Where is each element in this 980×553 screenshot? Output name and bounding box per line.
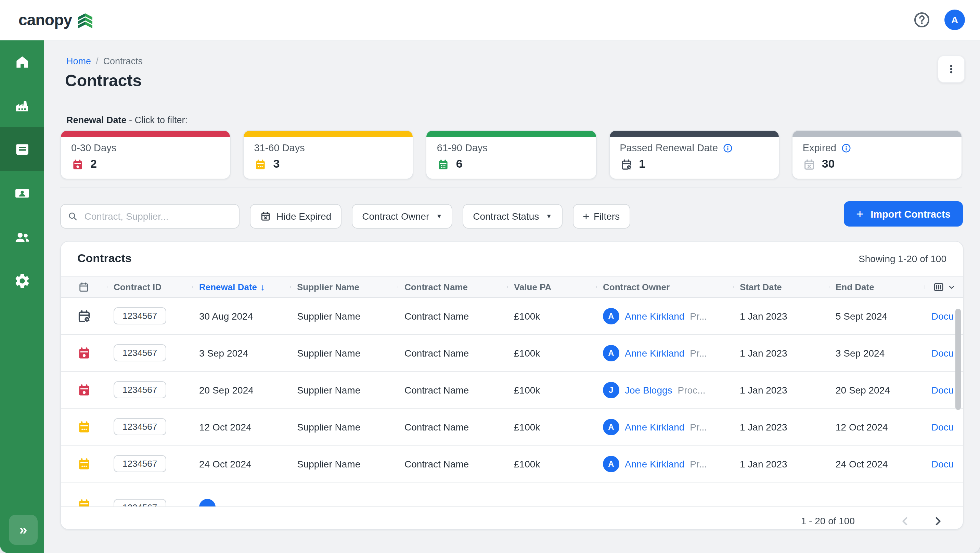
sidebar-item-home[interactable] xyxy=(0,40,44,83)
renewal-card-31-60-days[interactable]: 31-60 Days 3 xyxy=(243,130,414,179)
chevron-right-icon xyxy=(932,515,943,527)
renewal-card-expired[interactable]: Expired 30 xyxy=(792,130,962,179)
value-pa-cell: £100k xyxy=(507,384,596,395)
sidebar-item-users[interactable] xyxy=(0,215,44,259)
filters-button[interactable]: + Filters xyxy=(573,204,630,229)
table-row[interactable]: 1234567 3 Sep 2024 Supplier Name Contrac… xyxy=(61,335,963,371)
card-label: 61-90 Days xyxy=(437,142,596,153)
owner-link[interactable]: Anne Kirkland xyxy=(625,421,684,432)
sidebar-item-suppliers[interactable] xyxy=(0,83,44,127)
table-row[interactable]: 1234567 20 Sep 2024 Supplier Name Contra… xyxy=(61,371,963,409)
table-body: 1234567 30 Aug 2024 Supplier Name Contra… xyxy=(61,298,963,507)
renewal-date-cell: 30 Aug 2024 xyxy=(192,311,290,321)
search-input[interactable] xyxy=(83,210,232,222)
owner-avatar: A xyxy=(603,308,619,324)
renewal-status-icon xyxy=(76,419,91,434)
owner-avatar: A xyxy=(603,344,619,361)
documents-link[interactable]: Docu xyxy=(931,384,954,395)
sidebar-item-contacts[interactable] xyxy=(0,171,44,215)
info-icon[interactable] xyxy=(841,143,851,153)
contract-status-dropdown[interactable]: Contract Status ▼ xyxy=(463,204,562,229)
contract-owner-cell: A Anne Kirkland Pr... xyxy=(596,419,733,435)
user-avatar[interactable]: A xyxy=(944,10,965,30)
documents-link[interactable]: Docu xyxy=(931,311,954,321)
table-row[interactable]: 1234567 30 Aug 2024 Supplier Name Contra… xyxy=(61,298,963,335)
column-header-supplier-name[interactable]: Supplier Name xyxy=(290,282,398,292)
owner-link[interactable]: Joe Bloggs xyxy=(625,384,672,395)
owner-link[interactable]: Anne Kirkland xyxy=(625,458,684,469)
canopy-logo[interactable]: canopy xyxy=(19,11,94,29)
contract-id-chip[interactable]: 1234567 xyxy=(114,381,166,398)
breadcrumb-current: Contracts xyxy=(103,56,143,66)
columns-icon xyxy=(932,281,944,293)
app-window: canopy A xyxy=(0,0,980,553)
end-date-cell: 12 Oct 2024 xyxy=(829,421,924,432)
sidebar-item-settings[interactable] xyxy=(0,259,44,303)
card-color-strip xyxy=(243,131,413,137)
home-icon xyxy=(13,53,30,70)
value-pa-cell: £100k xyxy=(507,421,596,432)
column-header-contract-id[interactable]: Contract ID xyxy=(107,282,192,292)
renewal-card-0-30-days[interactable]: 0-30 Days 2 xyxy=(60,130,231,179)
card-color-strip xyxy=(609,131,778,137)
sidebar-expand-button[interactable]: » xyxy=(9,515,38,545)
calendar-amber-icon xyxy=(254,158,267,171)
owner-link[interactable]: Anne Kirkland xyxy=(625,311,684,321)
column-header-start-date[interactable]: Start Date xyxy=(733,282,829,292)
pagination-prev-button[interactable] xyxy=(894,511,915,530)
documents-link[interactable]: Docu xyxy=(931,347,954,358)
search-input-wrapper[interactable] xyxy=(60,204,240,229)
column-header-value-pa[interactable]: Value PA xyxy=(507,282,596,292)
table-row[interactable]: 1234567 24 Oct 2024 Supplier Name Contra… xyxy=(61,446,963,483)
contract-name-cell: Contract Name xyxy=(398,311,507,321)
page-title: Contracts xyxy=(65,71,142,90)
start-date-cell: 1 Jan 2023 xyxy=(733,458,829,469)
renewal-date-cell: 20 Sep 2024 xyxy=(192,384,290,395)
owner-avatar: A xyxy=(603,419,619,435)
column-header-contract-owner[interactable]: Contract Owner xyxy=(596,282,733,292)
import-contracts-button[interactable]: + Import Contracts xyxy=(844,201,963,226)
contract-name-cell: Contract Name xyxy=(398,458,507,469)
owner-role-truncated: Pr... xyxy=(690,311,707,321)
contract-id-chip[interactable]: 1234567 xyxy=(114,418,166,435)
chevron-left-icon xyxy=(899,515,910,527)
renewal-filter-label: Renewal Date - Click to filter: xyxy=(66,115,188,125)
calendar-green-icon xyxy=(437,158,450,171)
table-row[interactable]: 1234567 xyxy=(61,483,963,507)
breadcrumb-home-link[interactable]: Home xyxy=(66,56,91,66)
start-date-cell: 1 Jan 2023 xyxy=(733,311,829,321)
renewal-card-passed-renewal-date[interactable]: Passed Renewal Date 1 xyxy=(609,130,779,179)
hide-expired-button[interactable]: Hide Expired xyxy=(250,204,342,229)
end-date-cell: 24 Oct 2024 xyxy=(829,458,924,469)
page-actions-kebab-button[interactable] xyxy=(937,56,965,83)
contract-id-chip[interactable]: 1234567 xyxy=(114,499,166,507)
documents-link[interactable]: Docu xyxy=(931,421,954,432)
owner-role-truncated: Proc... xyxy=(678,384,706,395)
contract-id-chip[interactable]: 1234567 xyxy=(114,455,166,472)
info-icon[interactable] xyxy=(723,143,733,153)
owner-avatar xyxy=(199,499,216,507)
card-color-strip xyxy=(427,131,596,137)
documents-link[interactable]: Docu xyxy=(931,458,954,469)
contract-id-chip[interactable]: 1234567 xyxy=(114,307,166,324)
contracts-table-card: Contracts Showing 1-20 of 100 Contract I… xyxy=(60,241,964,530)
card-count: 30 xyxy=(822,158,835,171)
owner-avatar: A xyxy=(603,456,619,472)
column-header-renewal-date[interactable]: Renewal Date↓ xyxy=(192,282,290,292)
column-header-end-date[interactable]: End Date xyxy=(829,282,924,292)
table-row[interactable]: 1234567 12 Oct 2024 Supplier Name Contra… xyxy=(61,409,963,446)
contract-id-chip[interactable]: 1234567 xyxy=(114,344,166,361)
contract-icon xyxy=(13,141,30,158)
column-selector-button[interactable] xyxy=(924,281,963,293)
sidebar-item-contracts[interactable] xyxy=(0,127,44,171)
pagination-next-button[interactable] xyxy=(927,511,948,530)
table-scrollbar-thumb[interactable] xyxy=(955,309,961,410)
column-header-contract-name[interactable]: Contract Name xyxy=(398,282,507,292)
owner-role-truncated: Pr... xyxy=(690,347,707,358)
renewal-date-cell: 24 Oct 2024 xyxy=(192,458,290,469)
owner-link[interactable]: Anne Kirkland xyxy=(625,347,684,358)
help-icon[interactable] xyxy=(913,11,931,29)
contract-owner-cell: J Joe Bloggs Proc... xyxy=(596,382,733,398)
contract-owner-dropdown[interactable]: Contract Owner ▼ xyxy=(352,204,452,229)
renewal-card-61-90-days[interactable]: 61-90 Days 6 xyxy=(426,130,597,179)
